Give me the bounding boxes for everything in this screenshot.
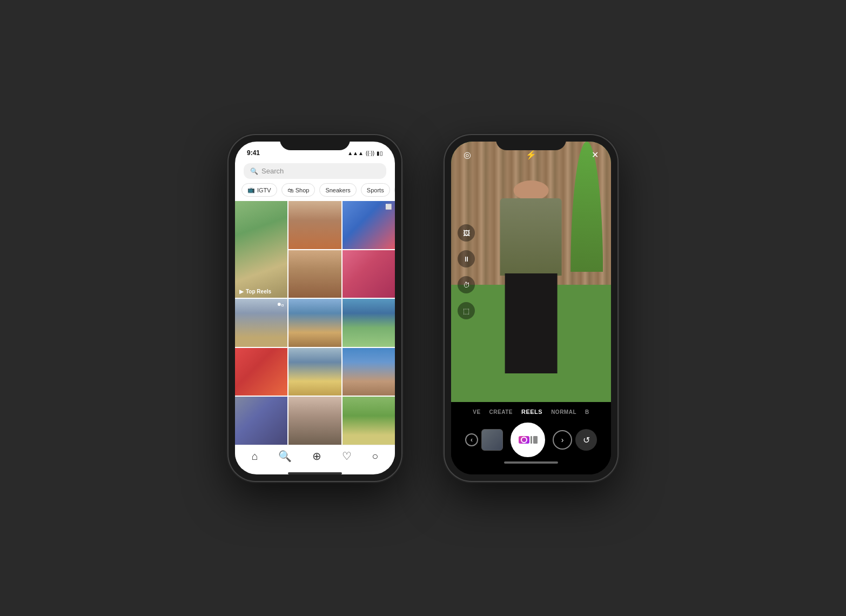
grid-cell-skating[interactable]: ⏺◻	[235, 299, 287, 347]
sneakers-label: Sneakers	[325, 187, 350, 193]
photo-grid: ▶ Top Reels ⬜	[235, 201, 395, 445]
camera-tool-layout[interactable]: ⬚	[458, 302, 475, 319]
search-bar[interactable]: 🔍 Search	[244, 163, 386, 179]
shutter-button[interactable]	[511, 423, 545, 457]
grid-cell-lollipop[interactable]: ⬜	[343, 201, 395, 249]
right-phone: ◎ ⚡ ✕ 🖼 ⏸ ⏱ ⬚ VE CREATE REELS	[445, 135, 617, 481]
grid-cell-lake[interactable]	[343, 299, 395, 347]
grid-cell-dancer[interactable]	[288, 201, 341, 249]
top-reels-label: ▶ Top Reels	[239, 289, 271, 294]
status-time: 9:41	[247, 149, 260, 157]
shutter-inner	[514, 426, 542, 454]
shop-icon: 🛍	[287, 187, 293, 193]
nav-search-icon[interactable]: 🔍	[278, 450, 292, 463]
mode-reels[interactable]: REELS	[517, 409, 547, 415]
grid-cell-house[interactable]	[288, 348, 341, 396]
person-figure	[487, 180, 575, 402]
category-shop[interactable]: 🛍 Shop	[281, 183, 315, 197]
camera-mode-selector: VE CREATE REELS NORMAL B	[460, 409, 602, 415]
nav-profile-icon[interactable]: ○	[372, 450, 378, 463]
nav-add-icon[interactable]: ⊕	[312, 450, 321, 463]
person-face	[513, 180, 548, 200]
search-icon: 🔍	[250, 168, 258, 175]
notch	[280, 135, 350, 150]
battery-icon: ▮▯	[377, 150, 383, 156]
camera-bottom-controls: VE CREATE REELS NORMAL B ‹	[451, 402, 611, 474]
bottom-nav: ⌂ 🔍 ⊕ ♡ ○	[235, 445, 395, 469]
sports-label: Sports	[367, 187, 384, 193]
camera-tool-pause[interactable]: ⏸	[458, 250, 475, 267]
camera-timer-icon[interactable]: ◎	[460, 147, 475, 162]
grid-cell-food[interactable]	[288, 250, 341, 298]
camera-screen: ◎ ⚡ ✕ 🖼 ⏸ ⏱ ⬚ VE CREATE REELS	[451, 142, 611, 474]
search-placeholder: Search	[261, 167, 284, 175]
shop-label: Shop	[296, 187, 310, 193]
grid-cell-trees[interactable]	[343, 397, 395, 445]
camera-viewfinder: ◎ ⚡ ✕ 🖼 ⏸ ⏱ ⬚	[451, 142, 611, 402]
status-icons: ▲▲▲ ((·)) ▮▯	[347, 150, 383, 156]
grid-cell-portrait[interactable]	[343, 348, 395, 396]
category-architect[interactable]: Architect	[394, 183, 395, 197]
category-sports[interactable]: Sports	[361, 183, 390, 197]
gallery-thumbnail[interactable]	[481, 429, 503, 451]
left-phone-screen: 9:41 ▲▲▲ ((·)) ▮▯ 🔍 Search 📺 IGTV	[235, 142, 395, 474]
camera-next-btn[interactable]: ›	[553, 430, 572, 450]
nav-home-icon[interactable]: ⌂	[252, 450, 258, 463]
mode-boomerang[interactable]: B	[581, 409, 594, 415]
reel-play-icon: ▶	[239, 289, 244, 294]
signal-icon: ▲▲▲	[347, 150, 364, 156]
reels-shutter-icon	[519, 436, 529, 444]
video-indicator: ⬜	[385, 204, 392, 210]
mode-live[interactable]: VE	[468, 409, 485, 415]
nav-likes-icon[interactable]: ♡	[342, 450, 352, 463]
mode-create[interactable]: CREATE	[485, 409, 517, 415]
category-pills: 📺 IGTV 🛍 Shop Sneakers Sports Architect	[235, 183, 395, 201]
reel-indicator: ⏺◻	[277, 302, 284, 307]
top-reels-text: Top Reels	[246, 289, 271, 294]
person-pants	[505, 273, 558, 373]
igtv-label: IGTV	[257, 187, 271, 193]
person-jacket	[500, 198, 562, 276]
grid-cell-silhouette[interactable]	[235, 397, 287, 445]
camera-tool-gallery[interactable]: 🖼	[458, 224, 475, 242]
right-phone-screen: ◎ ⚡ ✕ 🖼 ⏸ ⏱ ⬚ VE CREATE REELS	[451, 142, 611, 474]
grid-cell-fashion[interactable]	[343, 250, 395, 298]
camera-controls-row: ‹	[460, 423, 602, 457]
grid-cell-selfie[interactable]	[288, 397, 341, 445]
grid-cell-soccer[interactable]: ▶ Top Reels	[235, 201, 287, 298]
category-igtv[interactable]: 📺 IGTV	[241, 183, 277, 197]
left-phone: 9:41 ▲▲▲ ((·)) ▮▯ 🔍 Search 📺 IGTV	[229, 135, 401, 481]
grid-cell-friends[interactable]	[235, 348, 287, 396]
wifi-icon: ((·))	[366, 150, 374, 156]
notch-right	[496, 135, 566, 150]
home-indicator-right	[504, 461, 558, 464]
camera-close-icon[interactable]: ✕	[587, 147, 602, 162]
igtv-icon: 📺	[247, 186, 255, 193]
mode-normal[interactable]: NORMAL	[547, 409, 581, 415]
camera-back-btn[interactable]: ‹	[465, 433, 478, 446]
camera-flip-btn[interactable]: ↺	[575, 429, 597, 451]
camera-tool-timer[interactable]: ⏱	[458, 276, 475, 293]
grid-cell-surfer[interactable]	[288, 299, 341, 347]
home-indicator	[288, 472, 342, 474]
category-sneakers[interactable]: Sneakers	[319, 183, 356, 197]
shutter-divider	[531, 436, 532, 444]
camera-left-tools: 🖼 ⏸ ⏱ ⬚	[458, 224, 475, 319]
